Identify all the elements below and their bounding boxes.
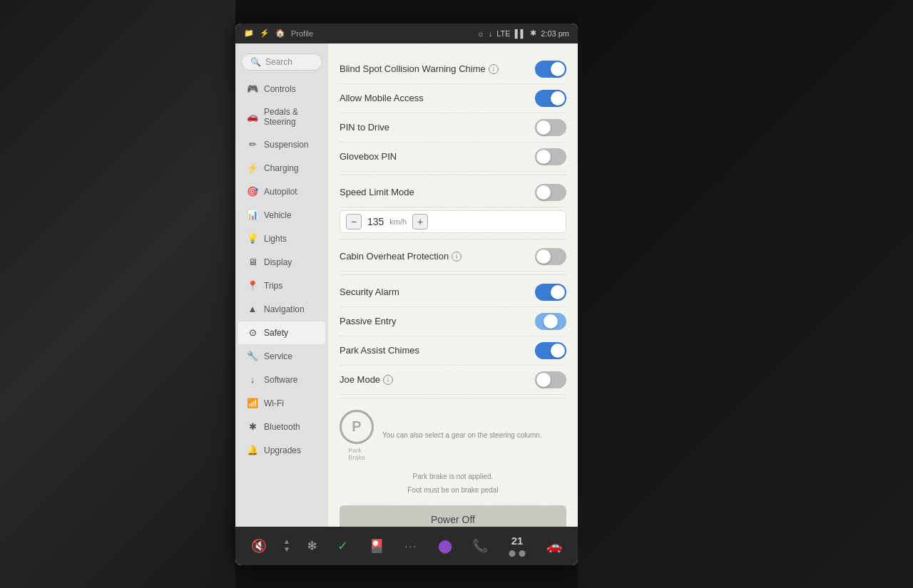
joe-mode-info-icon[interactable]: i (383, 375, 393, 385)
bluetooth-icon: ✱ (247, 421, 258, 433)
bluetooth-icon: ✱ (530, 29, 536, 38)
divider (340, 175, 566, 175)
park-icon: P (340, 410, 374, 444)
joe-mode-toggle[interactable] (535, 371, 566, 388)
speed-increase-button[interactable]: + (412, 214, 428, 229)
sidebar-item-controls[interactable]: 🎮 Controls (238, 78, 325, 100)
sidebar-item-wifi[interactable]: 📶 Wi-Fi (238, 392, 325, 415)
pin-to-drive-toggle[interactable] (535, 119, 566, 136)
park-assist-row: Park Assist Chimes (340, 336, 566, 366)
sidebar-item-charging[interactable]: ⚡ Charging (238, 157, 325, 180)
sidebar-item-safety[interactable]: ⊙ Safety (238, 321, 325, 344)
file-icon: 📁 (244, 29, 254, 38)
status-bar: 📁 ⚡ 🏠 Profile ☼ ↓ LTE ▌▌ ✱ 2:03 pm (235, 24, 578, 43)
speed-control: − 135 km/h + (340, 210, 566, 233)
taskbar: 🔇 ▲ ▼ ❄ ✓ 🎴 ··· ⬤ 📞 (235, 527, 578, 565)
sidebar-item-label: Navigation (264, 304, 305, 314)
park-assist-label: Park Assist Chimes (340, 345, 419, 356)
security-alarm-label: Security Alarm (340, 287, 399, 297)
speed-limit-toggle[interactable] (535, 184, 566, 201)
sidebar-item-software[interactable]: ↓ Software (238, 368, 325, 391)
sidebar-item-label: Pedals & Steering (264, 107, 317, 127)
taskbar-more[interactable]: ··· (400, 537, 422, 555)
more-icon: ··· (404, 540, 417, 552)
toggle-knob (551, 344, 565, 358)
divider (340, 398, 566, 398)
taskbar-phone[interactable]: 📞 (468, 535, 492, 557)
mobile-access-toggle[interactable] (535, 90, 566, 107)
sidebar-item-label: Display (264, 257, 292, 267)
divider (340, 239, 566, 239)
wifi-icon: 📶 (247, 398, 258, 409)
profile-label: Profile (291, 29, 313, 38)
cabin-overheat-info-icon[interactable]: i (452, 252, 461, 262)
pin-to-drive-row: PIN to Drive (340, 113, 566, 143)
sidebar-item-service[interactable]: 🔧 Service (238, 345, 325, 368)
taskbar-check[interactable]: ✓ (333, 535, 352, 557)
sidebar-item-display[interactable]: 🖥 Display (238, 251, 325, 274)
lights-icon: 💡 (247, 233, 258, 244)
speed-limit-label: Speed Limit Mode (340, 187, 414, 197)
sidebar-item-bluetooth[interactable]: ✱ Bluetooth (238, 416, 325, 438)
number-badge: 21 (511, 535, 524, 547)
clock: 2:03 pm (541, 29, 569, 38)
mobile-access-row: Allow Mobile Access (340, 84, 566, 113)
taskbar-car[interactable]: 🚗 (542, 535, 566, 557)
blind-spot-toggle[interactable] (535, 61, 566, 78)
foot-note-text: Foot must be on brake pedal (340, 483, 566, 497)
sidebar-item-vehicle[interactable]: 📊 Vehicle (238, 204, 325, 227)
taskbar-number[interactable]: 21 ⬤ ⬤ (504, 532, 530, 559)
sidebar-item-upgrades[interactable]: 🔔 Upgrades (238, 439, 325, 462)
sidebar-item-label: Wi-Fi (264, 398, 284, 408)
joe-mode-label: Joe Mode i (340, 374, 393, 385)
power-off-button[interactable]: Power Off (340, 505, 566, 527)
pedals-icon: 🚗 (247, 111, 258, 123)
joe-mode-row: Joe Mode i (340, 366, 566, 395)
status-right: ☼ ↓ LTE ▌▌ ✱ 2:03 pm (477, 29, 569, 38)
vehicle-icon: 📊 (247, 210, 258, 221)
park-info-text: You can also select a gear on the steeri… (382, 430, 542, 440)
display-icon: 🖥 (247, 257, 258, 268)
taskbar-circle[interactable]: ⬤ (434, 535, 456, 557)
sidebar-item-autopilot[interactable]: 🎯 Autopilot (238, 180, 325, 203)
blind-spot-info-icon[interactable]: i (489, 64, 499, 74)
cabin-overheat-toggle[interactable] (535, 248, 566, 265)
toggle-knob (536, 185, 551, 200)
sidebar-item-label: Charging (264, 163, 299, 173)
sidebar-item-pedals[interactable]: 🚗 Pedals & Steering (238, 101, 325, 133)
phone-icon: 📞 (472, 538, 488, 554)
speed-decrease-button[interactable]: − (346, 214, 362, 229)
pin-to-drive-label: PIN to Drive (340, 122, 389, 133)
content-panel: Blind Spot Collision Warning Chime i All… (328, 43, 578, 527)
up-arrow[interactable]: ▲ (283, 538, 290, 545)
sidebar-item-label: Safety (264, 328, 288, 338)
taskbar-card[interactable]: 🎴 (364, 535, 389, 557)
sidebar-item-lights[interactable]: 💡 Lights (238, 227, 325, 250)
sidebar-item-navigation[interactable]: ▲ Navigation (238, 298, 325, 321)
taskbar-updown: ▲ ▼ (283, 538, 290, 553)
car-icon: 🚗 (546, 538, 562, 554)
down-arrow[interactable]: ▼ (283, 546, 290, 553)
sidebar-item-label: Upgrades (264, 445, 301, 455)
taskbar-fan[interactable]: ❄ (302, 535, 322, 557)
sidebar-item-label: Vehicle (264, 210, 292, 220)
glovebox-pin-toggle[interactable] (535, 148, 566, 165)
sidebar-item-label: Software (264, 375, 297, 385)
fan-icon: ❄ (307, 538, 317, 554)
lightning-icon: ⚡ (260, 29, 270, 38)
sidebar-item-label: Controls (264, 84, 296, 94)
sidebar-item-suspension[interactable]: ✏ Suspension (238, 133, 325, 156)
cabin-overheat-label: Cabin Overheat Protection i (340, 251, 461, 262)
sidebar-item-label: Autopilot (264, 187, 297, 197)
glovebox-pin-row: Glovebox PIN (340, 143, 566, 172)
search-row[interactable]: 🔍 Search (235, 49, 328, 75)
park-assist-toggle[interactable] (535, 342, 566, 359)
glovebox-pin-label: Glovebox PIN (340, 151, 397, 162)
passive-entry-toggle[interactable] (535, 313, 566, 330)
passive-entry-row: Passive Entry (340, 307, 566, 336)
security-alarm-toggle[interactable] (535, 284, 566, 301)
search-bar[interactable]: 🔍 Search (241, 53, 322, 71)
sidebar-item-trips[interactable]: 📍 Trips (238, 274, 325, 297)
taskbar-volume[interactable]: 🔇 (247, 535, 271, 557)
check-icon: ✓ (337, 538, 348, 554)
